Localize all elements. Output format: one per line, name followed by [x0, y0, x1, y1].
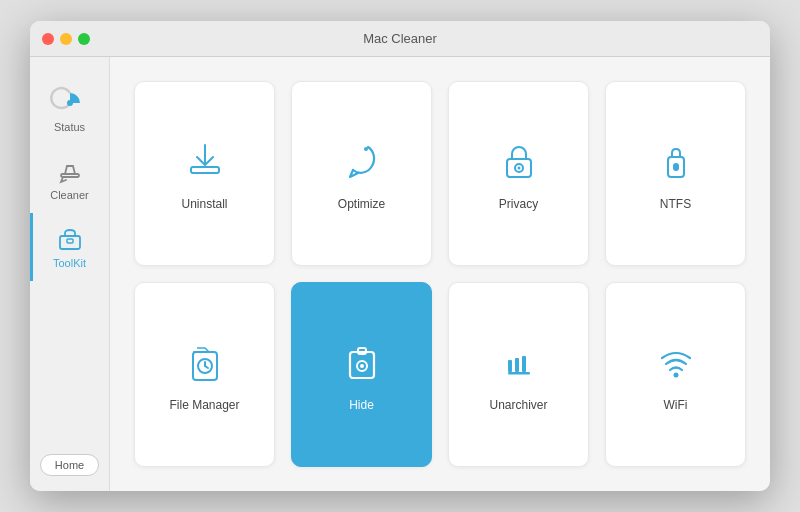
tool-card-uninstall[interactable]: Uninstall: [134, 81, 275, 266]
ntfs-icon: [652, 137, 700, 185]
uninstall-label: Uninstall: [181, 197, 227, 211]
svg-point-21: [673, 372, 678, 377]
privacy-icon: [495, 137, 543, 185]
sidebar-item-cleaner[interactable]: Cleaner: [30, 145, 109, 213]
wifi-icon: [652, 338, 700, 386]
tool-card-unarchiver[interactable]: Unarchiver: [448, 282, 589, 467]
svg-point-5: [364, 147, 368, 151]
file-manager-label: File Manager: [169, 398, 239, 412]
svg-rect-17: [508, 360, 512, 372]
svg-rect-19: [522, 356, 526, 372]
toolkit-icon: [56, 225, 84, 253]
cleaner-label: Cleaner: [50, 189, 89, 201]
tool-card-wifi[interactable]: WiFi: [605, 282, 746, 467]
optimize-label: Optimize: [338, 197, 385, 211]
close-button[interactable]: [42, 33, 54, 45]
status-label: Status: [54, 121, 85, 133]
uninstall-icon: [181, 137, 229, 185]
tool-card-file-manager[interactable]: File Manager: [134, 282, 275, 467]
svg-rect-18: [515, 358, 519, 372]
sidebar-bottom: Home: [30, 439, 109, 491]
toolkit-label: ToolKit: [53, 257, 86, 269]
wifi-label: WiFi: [664, 398, 688, 412]
svg-rect-10: [673, 163, 679, 171]
minimize-button[interactable]: [60, 33, 72, 45]
titlebar: Mac Cleaner: [30, 21, 770, 57]
app-window: Mac Cleaner Status: [30, 21, 770, 491]
sidebar-item-status[interactable]: Status: [30, 77, 109, 145]
traffic-lights: [42, 33, 90, 45]
tool-card-hide[interactable]: Hide: [291, 282, 432, 467]
window-title: Mac Cleaner: [363, 31, 437, 46]
svg-rect-3: [67, 239, 73, 243]
sidebar-item-toolkit[interactable]: ToolKit: [30, 213, 109, 281]
content-area: Uninstall Optimize: [110, 57, 770, 491]
svg-point-0: [67, 100, 73, 106]
status-icon: [56, 89, 84, 117]
optimize-icon: [338, 137, 386, 185]
svg-rect-20: [508, 372, 530, 375]
tool-card-optimize[interactable]: Optimize: [291, 81, 432, 266]
svg-point-15: [360, 364, 364, 368]
hide-label: Hide: [349, 398, 374, 412]
tool-card-ntfs[interactable]: NTFS: [605, 81, 746, 266]
file-manager-icon: [181, 338, 229, 386]
cleaner-icon: [56, 157, 84, 185]
tool-card-privacy[interactable]: Privacy: [448, 81, 589, 266]
main-content: Status Cleaner: [30, 57, 770, 491]
sidebar: Status Cleaner: [30, 57, 110, 491]
maximize-button[interactable]: [78, 33, 90, 45]
hide-icon: [338, 338, 386, 386]
home-button[interactable]: Home: [40, 454, 99, 476]
svg-rect-4: [191, 167, 219, 173]
unarchiver-label: Unarchiver: [489, 398, 547, 412]
privacy-label: Privacy: [499, 197, 538, 211]
ntfs-label: NTFS: [660, 197, 691, 211]
svg-point-8: [517, 166, 520, 169]
unarchiver-icon: [495, 338, 543, 386]
